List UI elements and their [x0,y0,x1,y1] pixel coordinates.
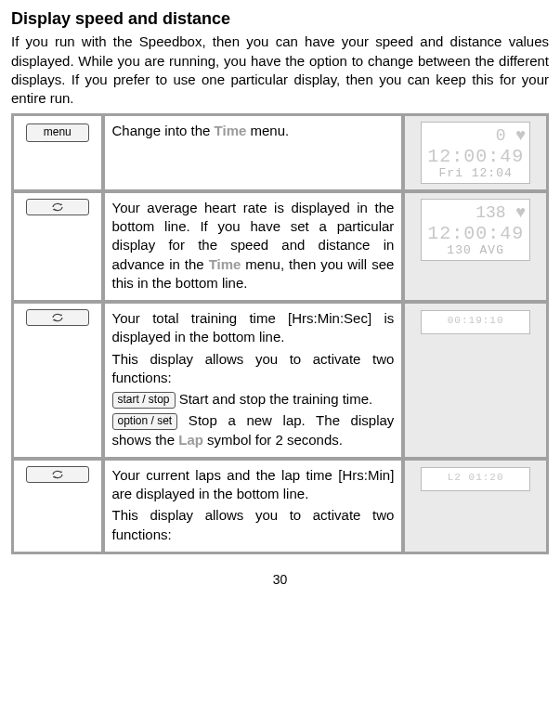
refresh-icon [50,202,65,213]
menu-button-icon: menu [26,124,89,142]
cell-text: This display allows you to activate two … [112,506,395,544]
device-screen: L2 01:20 [421,467,530,491]
screen-line: L2 01:20 [425,472,526,484]
intro-paragraph: If you run with the Speedbox, then you c… [11,32,549,108]
screen-line: 0 ♥ [496,126,526,145]
table-row: Your total training time [Hrs:Min:Sec] i… [13,303,547,458]
option-set-button-icon: option / set [112,413,178,430]
text: symbol for 2 seconds. [203,432,343,448]
start-stop-button-icon: start / stop [112,392,176,409]
table-row: Your average heart rate is displayed in … [13,192,547,301]
screen-line: 00:19:10 [425,315,526,327]
device-screen: 138 ♥ 12:00:49 130 AVG [421,199,530,261]
cell-text: Your current laps and the lap time [Hrs:… [112,466,395,504]
text: Start and stop the training time. [176,391,373,407]
section-title: Display speed and distance [11,7,549,30]
cell-text: option / set Stop a new lap. The display… [112,411,395,449]
cell-text: This display allows you to activate two … [112,350,395,388]
table-row: Your current laps and the lap time [Hrs:… [13,460,547,552]
cycle-button-icon [26,199,89,215]
screen-line: 12:00:49 [425,223,526,244]
cell-text: Your average heart rate is displayed in … [112,199,395,292]
screen-line: Fri 12:04 [425,167,526,181]
screen-line: 12:00:49 [425,146,526,167]
screen-line: 130 AVG [425,244,526,258]
device-screen: 00:19:10 [421,310,530,334]
lap-symbol-name: Lap [178,432,203,448]
refresh-icon [50,312,65,323]
cell-text: Your total training time [Hrs:Min:Sec] i… [112,309,395,347]
refresh-icon [50,469,65,480]
cell-text: Change into the Time menu. [112,122,395,140]
page-number: 30 [11,571,549,589]
cycle-button-icon [26,309,89,326]
text: menu. [246,123,289,138]
menu-name: Time [209,256,241,272]
device-screen: 0 ♥ 12:00:49 Fri 12:04 [421,122,530,184]
instruction-table: menu Change into the Time menu. 0 ♥ 12:0… [11,113,549,554]
screen-line: 138 ♥ [475,203,526,222]
table-row: menu Change into the Time menu. 0 ♥ 12:0… [13,115,547,190]
text: Change into the [112,123,215,138]
menu-name: Time [215,123,247,138]
cycle-button-icon [26,466,89,483]
cell-text: start / stop Start and stop the training… [112,390,395,409]
